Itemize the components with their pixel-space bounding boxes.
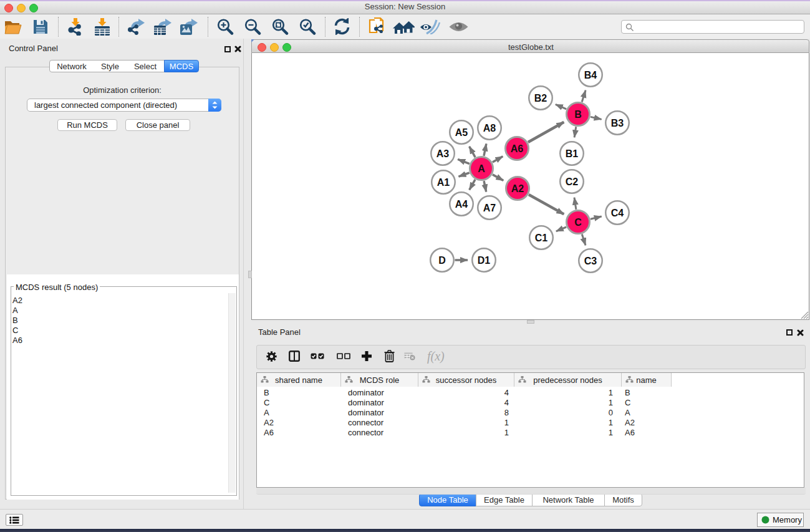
- svg-text:A4: A4: [455, 199, 468, 210]
- svg-text:A1: A1: [437, 177, 450, 188]
- svg-text:A3: A3: [436, 148, 450, 159]
- svg-text:A5: A5: [455, 127, 468, 138]
- svg-text:A: A: [478, 163, 485, 174]
- svg-text:A8: A8: [483, 123, 496, 133]
- svg-text:C3: C3: [584, 256, 597, 266]
- svg-text:B3: B3: [611, 118, 624, 128]
- svg-text:C: C: [574, 217, 582, 228]
- svg-text:A6: A6: [511, 143, 524, 154]
- svg-text:D1: D1: [478, 255, 491, 266]
- svg-text:A7: A7: [483, 203, 496, 213]
- svg-text:C2: C2: [566, 177, 579, 187]
- svg-text:C4: C4: [611, 208, 624, 218]
- svg-text:B2: B2: [534, 93, 547, 104]
- svg-text:D: D: [438, 255, 446, 266]
- svg-text:B4: B4: [584, 70, 597, 80]
- svg-text:A2: A2: [511, 183, 524, 194]
- svg-text:B1: B1: [566, 148, 579, 159]
- svg-text:C1: C1: [535, 233, 548, 243]
- svg-text:B: B: [574, 109, 582, 120]
